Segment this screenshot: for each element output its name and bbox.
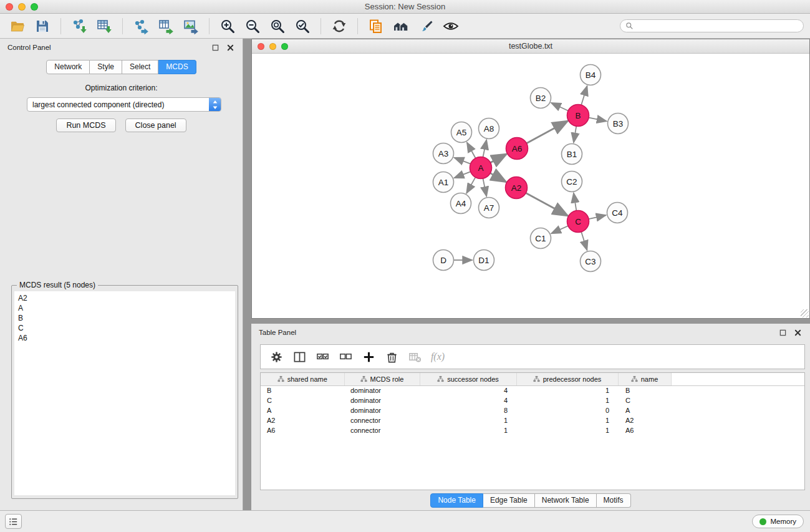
- zoom-out-button[interactable]: [240, 15, 265, 37]
- mcds-result-item[interactable]: B: [18, 313, 231, 323]
- add-row-button[interactable]: [359, 347, 378, 366]
- network-view[interactable]: B4B2BB3A5A8A6A3B1AA1C2A2A4A7C4CC1C3DD1: [252, 54, 809, 318]
- table-row[interactable]: Adominator80A: [261, 405, 804, 415]
- graph-node-A6[interactable]: A6: [506, 138, 528, 160]
- graph-node-C[interactable]: C: [567, 211, 589, 233]
- graph-node-B1[interactable]: B1: [562, 144, 582, 165]
- graph-node-A7[interactable]: A7: [479, 198, 499, 218]
- tab-motifs[interactable]: Motifs: [597, 493, 631, 508]
- tab-edge-table[interactable]: Edge Table: [483, 493, 535, 508]
- graph-node-A8[interactable]: A8: [479, 118, 499, 139]
- graph-edge-B-B1[interactable]: [574, 125, 577, 142]
- column-header-shared-name[interactable]: shared name: [261, 373, 344, 385]
- graph-node-A5[interactable]: A5: [451, 122, 472, 143]
- zoom-fit-button[interactable]: [265, 15, 290, 37]
- graph-edge-B-B4[interactable]: [581, 86, 587, 106]
- search-box[interactable]: [620, 19, 804, 32]
- home-button[interactable]: [388, 15, 413, 37]
- column-header-mcds-role[interactable]: MCDS role: [344, 373, 420, 385]
- zoom-in-button[interactable]: [215, 15, 240, 37]
- graph-node-A1[interactable]: A1: [433, 172, 454, 193]
- table-row[interactable]: A2connector11A2: [261, 415, 804, 425]
- first-neighbors-button[interactable]: [364, 15, 388, 37]
- table-row[interactable]: Cdominator41C: [261, 395, 804, 405]
- table-settings-button[interactable]: [267, 347, 286, 366]
- graph-edge-A-A8[interactable]: [483, 140, 486, 158]
- delete-row-button[interactable]: [382, 347, 401, 366]
- mcds-result-item[interactable]: C: [18, 323, 231, 333]
- tab-style[interactable]: Style: [90, 60, 122, 74]
- graph-edge-A-A3[interactable]: [454, 158, 471, 165]
- graph-edge-A-A4[interactable]: [466, 177, 476, 193]
- close-table-panel-button[interactable]: [793, 327, 803, 337]
- task-history-button[interactable]: [5, 514, 22, 529]
- save-session-button[interactable]: [30, 15, 55, 37]
- graph-edge-C-C2[interactable]: [574, 193, 577, 211]
- criterion-dropdown[interactable]: largest connected component (directed): [27, 97, 221, 112]
- graph-edge-C-C4[interactable]: [588, 215, 606, 219]
- resize-grip[interactable]: [801, 309, 809, 317]
- close-panel-button[interactable]: Close panel: [125, 118, 186, 132]
- column-header-name[interactable]: name: [618, 373, 671, 385]
- memory-button[interactable]: Memory: [752, 515, 804, 528]
- eye-button[interactable]: [438, 15, 463, 37]
- cell-name: C: [618, 395, 671, 405]
- graph-node-D1[interactable]: D1: [474, 250, 494, 271]
- search-input[interactable]: [637, 22, 798, 31]
- graph-edge-A-A2[interactable]: [489, 173, 506, 182]
- import-table-button[interactable]: [92, 15, 117, 37]
- tab-select[interactable]: Select: [122, 60, 158, 74]
- table-row[interactable]: Bdominator41B: [261, 385, 804, 395]
- graph-node-D[interactable]: D: [433, 250, 454, 271]
- close-panel-icon: [227, 44, 234, 51]
- export-image-button[interactable]: [178, 15, 203, 37]
- graph-edge-B-B2[interactable]: [551, 103, 569, 111]
- style-brush-button[interactable]: [413, 15, 438, 37]
- graph-edge-A6-B[interactable]: [526, 121, 568, 143]
- graph-edge-A-A6[interactable]: [490, 154, 507, 163]
- graph-node-A3[interactable]: A3: [433, 143, 454, 164]
- network-canvas[interactable]: B4B2BB3A5A8A6A3B1AA1C2A2A4A7C4CC1C3DD1: [252, 54, 809, 318]
- graph-node-A2[interactable]: A2: [506, 177, 528, 199]
- mcds-result-item[interactable]: A: [18, 303, 231, 313]
- open-session-button[interactable]: [5, 15, 30, 37]
- graph-node-B[interactable]: B: [567, 105, 589, 127]
- graph-node-C2[interactable]: C2: [562, 172, 582, 192]
- tab-mcds[interactable]: MCDS: [158, 60, 196, 74]
- graph-edge-A-A5[interactable]: [467, 142, 476, 158]
- apply-layout-button[interactable]: [327, 15, 352, 37]
- graph-node-B3[interactable]: B3: [608, 114, 629, 134]
- graph-node-B2[interactable]: B2: [531, 88, 551, 109]
- mcds-result-item[interactable]: A2: [18, 293, 231, 303]
- run-mcds-button[interactable]: Run MCDS: [56, 118, 115, 132]
- graph-edge-B-B3[interactable]: [588, 117, 607, 121]
- float-panel-button[interactable]: [210, 42, 220, 52]
- table-row[interactable]: A6connector11A6: [261, 425, 804, 435]
- close-panel-x-button[interactable]: [225, 42, 235, 52]
- graph-edge-A-A1[interactable]: [454, 172, 471, 178]
- column-header-successor-nodes[interactable]: successor nodes: [420, 373, 516, 385]
- graph-edge-C-C1[interactable]: [551, 226, 569, 234]
- graph-edge-A2-C[interactable]: [526, 193, 568, 216]
- select-all-button[interactable]: [313, 347, 332, 366]
- graph-edge-C-C3[interactable]: [581, 231, 587, 251]
- tab-node-table[interactable]: Node Table: [430, 493, 483, 508]
- show-columns-button[interactable]: [290, 347, 309, 366]
- import-network-button[interactable]: [67, 15, 92, 37]
- export-network-button[interactable]: [128, 15, 153, 37]
- float-table-panel-button[interactable]: [778, 327, 788, 337]
- zoom-selected-button[interactable]: [290, 15, 315, 37]
- export-table-button[interactable]: [153, 15, 178, 37]
- graph-edge-A-A7[interactable]: [483, 178, 486, 196]
- graph-node-C1[interactable]: C1: [531, 228, 551, 249]
- graph-node-A[interactable]: A: [470, 157, 492, 179]
- graph-node-B4[interactable]: B4: [581, 65, 601, 85]
- graph-node-C3[interactable]: C3: [581, 251, 601, 272]
- graph-node-A4[interactable]: A4: [451, 193, 471, 214]
- clear-selection-button[interactable]: [336, 347, 355, 366]
- tab-network-table[interactable]: Network Table: [535, 493, 597, 508]
- tab-network[interactable]: Network: [46, 60, 90, 74]
- mcds-result-item[interactable]: A6: [18, 333, 231, 343]
- graph-node-C4[interactable]: C4: [607, 203, 628, 223]
- column-header-predecessor-nodes[interactable]: predecessor nodes: [516, 373, 618, 385]
